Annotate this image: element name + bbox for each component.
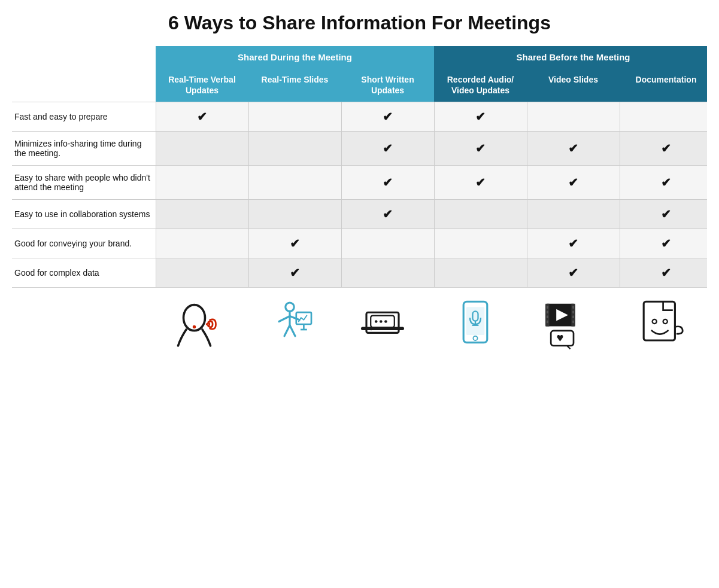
cell-r2-c5: ✔ — [620, 166, 707, 200]
svg-point-38 — [663, 319, 667, 324]
check-mark: ✔ — [383, 142, 393, 155]
svg-rect-33 — [572, 316, 574, 319]
cell-r3-c0 — [156, 200, 248, 229]
table-row: Good for complex data✔✔✔ — [12, 258, 707, 288]
svg-rect-31 — [572, 306, 574, 309]
icons-row — [12, 297, 707, 351]
cell-r2-c0 — [156, 166, 248, 200]
cell-r4-c2 — [341, 229, 434, 258]
cell-r0-c5 — [620, 102, 707, 132]
section-header-row: Shared During the Meeting Shared Before … — [12, 46, 707, 68]
check-mark: ✔ — [383, 208, 393, 221]
check-mark: ✔ — [568, 176, 578, 189]
svg-rect-28 — [547, 311, 548, 314]
check-mark: ✔ — [475, 142, 486, 155]
svg-point-1 — [192, 325, 195, 328]
table-row: Good for conveying your brand.✔✔✔ — [12, 229, 707, 258]
cell-r1-c4: ✔ — [527, 132, 620, 166]
col-header-5: Documentation — [620, 68, 707, 102]
cell-r0-c2: ✔ — [341, 102, 434, 132]
col-header-3: Recorded Audio/ Video Updates — [434, 68, 527, 102]
cell-r4-c0 — [156, 229, 248, 258]
cell-r3-c2: ✔ — [341, 200, 434, 229]
table-row: Easy to use in collaboration systems✔✔ — [12, 200, 707, 229]
cell-r1-c3: ✔ — [434, 132, 527, 166]
check-mark: ✔ — [568, 266, 578, 279]
svg-rect-32 — [572, 311, 574, 314]
cell-r0-c4 — [527, 102, 620, 132]
svg-line-6 — [284, 325, 290, 336]
svg-rect-34 — [572, 321, 574, 324]
check-mark: ✔ — [661, 176, 671, 189]
cell-r1-c1 — [248, 132, 341, 166]
cell-r5-c1: ✔ — [248, 258, 341, 288]
row-label: Good for complex data — [12, 258, 156, 288]
empty-header — [12, 46, 156, 68]
check-mark: ✔ — [661, 208, 671, 221]
svg-line-4 — [279, 316, 290, 322]
row-label: Easy to use in collaboration systems — [12, 200, 156, 229]
cell-r2-c1 — [248, 166, 341, 200]
check-mark: ✔ — [290, 237, 300, 250]
col-header-4: Video Slides — [527, 68, 620, 102]
cell-r4-c3 — [434, 229, 527, 258]
cell-r5-c0 — [156, 258, 248, 288]
cell-r3-c4 — [527, 200, 620, 229]
svg-rect-13 — [371, 316, 395, 328]
cell-r2-c2: ✔ — [341, 166, 434, 200]
table-row: Fast and easy to prepare✔✔✔ — [12, 102, 707, 132]
check-mark: ✔ — [661, 266, 671, 279]
row-label: Minimizes info-sharing time during the m… — [12, 132, 156, 166]
cell-r5-c4: ✔ — [527, 258, 620, 288]
cell-r3-c1 — [248, 200, 341, 229]
row-label: Fast and easy to prepare — [12, 102, 156, 132]
check-mark: ✔ — [661, 142, 671, 155]
svg-point-2 — [285, 303, 293, 311]
cell-r5-c5: ✔ — [620, 258, 707, 288]
svg-rect-27 — [547, 306, 548, 309]
cell-r0-c3: ✔ — [434, 102, 527, 132]
table-row: Minimizes info-sharing time during the m… — [12, 132, 707, 166]
svg-point-37 — [652, 319, 656, 324]
check-mark: ✔ — [383, 110, 393, 123]
svg-rect-29 — [547, 316, 548, 319]
icon-recorded — [429, 297, 521, 351]
icon-video-slides — [521, 297, 614, 351]
cell-r2-c4: ✔ — [527, 166, 620, 200]
cell-r3-c5: ✔ — [620, 200, 707, 229]
check-mark: ✔ — [568, 237, 578, 250]
cell-r5-c2 — [341, 258, 434, 288]
cell-r4-c5: ✔ — [620, 229, 707, 258]
cell-r2-c3: ✔ — [434, 166, 527, 200]
svg-point-14 — [374, 321, 377, 324]
svg-line-5 — [290, 316, 299, 320]
col-header-2: Short Written Updates — [341, 68, 434, 102]
col-header-0: Real-Time Verbal Updates — [156, 68, 248, 102]
check-mark: ✔ — [383, 176, 393, 189]
check-mark: ✔ — [290, 266, 300, 279]
cell-r0-c0: ✔ — [156, 102, 248, 132]
cell-r5-c3 — [434, 258, 527, 288]
cell-r4-c4: ✔ — [527, 229, 620, 258]
page-title: 6 Ways to Share Information For Meetings — [12, 12, 707, 34]
icon-written — [336, 297, 429, 351]
table-row: Easy to share with people who didn't att… — [12, 166, 707, 200]
during-section-header: Shared During the Meeting — [156, 46, 434, 68]
cell-r0-c1 — [248, 102, 341, 132]
svg-point-22 — [473, 336, 477, 340]
icon-verbal — [150, 297, 243, 351]
col-header-1: Real-Time Slides — [248, 68, 341, 102]
cell-r4-c1: ✔ — [248, 229, 341, 258]
row-label: Easy to share with people who didn't att… — [12, 166, 156, 200]
svg-point-16 — [384, 321, 387, 324]
check-mark: ✔ — [197, 110, 207, 123]
comparison-table: Shared During the Meeting Shared Before … — [12, 46, 707, 288]
svg-point-15 — [380, 321, 383, 324]
cell-r1-c2: ✔ — [341, 132, 434, 166]
check-mark: ✔ — [568, 142, 578, 155]
cell-r3-c3 — [434, 200, 527, 229]
check-mark: ✔ — [661, 237, 671, 250]
svg-rect-8 — [296, 313, 311, 325]
row-label: Good for conveying your brand. — [12, 229, 156, 258]
svg-line-7 — [290, 325, 295, 336]
